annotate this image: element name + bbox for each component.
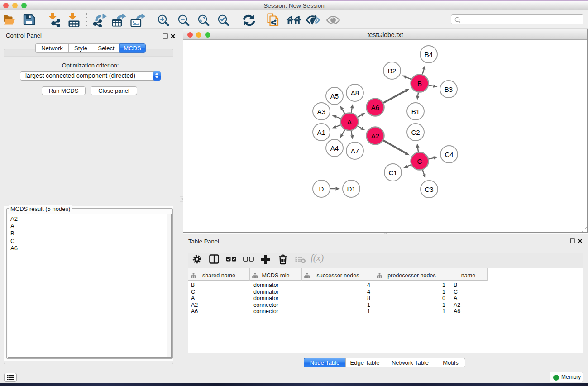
svg-text:D: D <box>319 185 324 193</box>
svg-text:C1: C1 <box>388 169 397 176</box>
svg-text:C4: C4 <box>445 151 453 158</box>
svg-text:A8: A8 <box>351 89 359 97</box>
svg-text:C3: C3 <box>425 186 433 193</box>
svg-text:A3: A3 <box>317 108 325 115</box>
svg-text:B: B <box>417 80 422 87</box>
svg-text:A4: A4 <box>330 144 339 152</box>
svg-text:A5: A5 <box>330 92 339 100</box>
svg-text:A7: A7 <box>351 147 359 155</box>
svg-text:B2: B2 <box>388 67 396 75</box>
svg-text:B1: B1 <box>411 108 420 115</box>
svg-text:B4: B4 <box>425 51 433 58</box>
svg-text:C2: C2 <box>411 129 420 136</box>
svg-text:A2: A2 <box>371 132 379 140</box>
svg-text:A: A <box>347 118 352 126</box>
svg-text:C: C <box>417 157 422 165</box>
svg-text:A6: A6 <box>371 104 379 111</box>
svg-text:D1: D1 <box>347 185 355 193</box>
svg-text:A1: A1 <box>317 129 325 136</box>
svg-text:B3: B3 <box>445 86 453 93</box>
